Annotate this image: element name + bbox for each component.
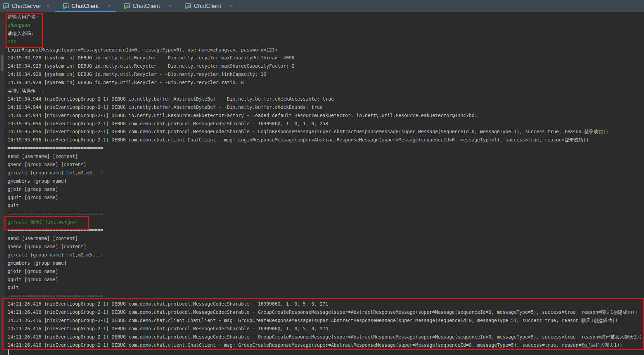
console-line: ==================================	[4, 292, 644, 300]
tab-label: ChatClient	[133, 3, 166, 10]
console-line: gsend [group name] [content]	[4, 243, 644, 251]
console-line: quit	[4, 284, 644, 292]
console-running-icon	[124, 3, 130, 9]
console-line: gmembers [group name]	[4, 259, 644, 267]
console-line: gcreate [group name] [m1,m2,m3...]	[4, 251, 644, 259]
console-line: send [username] [content]	[4, 234, 644, 243]
scrollbar-thumb[interactable]	[1, 55, 3, 71]
console-running-icon	[185, 3, 191, 9]
console-line: gjoin [group name]	[4, 267, 644, 276]
console-line: 14:21:26.416 [nioEventLoopGroup-2-1] DEB…	[4, 333, 644, 341]
console-line: gquit [group name]	[4, 194, 644, 202]
console-line: 14:19:34.944 [nioEventLoopGroup-2-1] DEB…	[4, 103, 644, 112]
console-line: 14:19:34.928 [system in] DEBUG io.netty.…	[4, 79, 644, 87]
close-icon[interactable]: ×	[168, 3, 173, 9]
console-running-icon	[63, 3, 69, 9]
console-line: gsend [group name] [content]	[4, 161, 644, 169]
console-line: ==================================	[4, 226, 644, 234]
tab-chatclient-1[interactable]: ChatClient ×	[55, 0, 116, 12]
console-line: 123	[4, 38, 644, 46]
console-line: 14:19:35.056 [nioEventLoopGroup-2-1] DEB…	[4, 136, 644, 144]
console-line: 14:19:34.928 [system in] DEBUG io.netty.…	[4, 54, 644, 62]
tab-label: ChatClient	[194, 3, 227, 10]
console-line: send [username] [content]	[4, 152, 644, 161]
console-line: 请输入用户名:	[4, 13, 644, 21]
tab-chatserver[interactable]: ChatServer ×	[0, 0, 55, 12]
console-line: 14:19:35.056 [nioEventLoopGroup-2-1] DEB…	[4, 128, 644, 136]
console-line: 14:21:26.416 [nioEventLoopGroup-2-1] DEB…	[4, 308, 644, 317]
console-line: 14:21:26.416 [nioEventLoopGroup-2-1] DEB…	[4, 325, 644, 333]
console-line: 14:19:34.944 [nioEventLoopGroup-2-1] DEB…	[4, 95, 644, 103]
close-icon[interactable]: ×	[107, 3, 111, 9]
tab-label: ChatClient	[71, 3, 104, 10]
console-line: ==================================	[4, 144, 644, 152]
console-line: ==================================	[4, 210, 644, 218]
console-line: gjoin [group name]	[4, 185, 644, 194]
console-line: LoginRequestMessage(super=Message(sequen…	[4, 46, 644, 54]
console-line: 14:21:26.416 [nioEventLoopGroup-2-1] DEB…	[4, 317, 644, 325]
console-line: 请输入密码:	[4, 30, 644, 38]
console-left-gutter	[0, 12, 4, 355]
console-line: gquit [group name]	[4, 276, 644, 284]
close-icon[interactable]: ×	[229, 3, 234, 9]
console-line: 14:21:26.416 [nioEventLoopGroup-2-1] DEB…	[4, 300, 644, 308]
tab-chatclient-3[interactable]: ChatClient ×	[177, 0, 238, 12]
console-running-icon	[3, 3, 9, 9]
console-log: 请输入用户名:zhangsan请输入密码:123LoginRequestMess…	[4, 13, 644, 350]
console-line: 14:19:34.928 [system in] DEBUG io.netty.…	[4, 70, 644, 79]
console-line: gcreate [group name] [m1,m2,m3...]	[4, 169, 644, 177]
console-line: 14:19:34.928 [system in] DEBUG io.netty.…	[4, 62, 644, 70]
close-icon[interactable]: ×	[46, 3, 50, 9]
console-line: 等待后续操作...	[4, 87, 644, 95]
run-tool-window-tabbar: ChatServer × ChatClient × ChatClient × C…	[0, 0, 644, 12]
tab-chatclient-2[interactable]: ChatClient ×	[116, 0, 177, 12]
console-line: 14:19:34.944 [nioEventLoopGroup-2-1] DEB…	[4, 112, 644, 120]
text-caret	[8, 350, 9, 355]
console-line: zhangsan	[4, 21, 644, 30]
console-line: quit	[4, 202, 644, 210]
console-line: 14:19:35.056 [nioEventLoopGroup-2-1] DEB…	[4, 120, 644, 128]
tab-label: ChatServer	[12, 3, 43, 10]
console-line: gmembers [group name]	[4, 177, 644, 185]
console-line: gcreate 聊天1 lisi,wangwu	[4, 218, 644, 226]
console-line: 14:21:26.416 [nioEventLoopGroup-2-1] DEB…	[4, 341, 644, 350]
